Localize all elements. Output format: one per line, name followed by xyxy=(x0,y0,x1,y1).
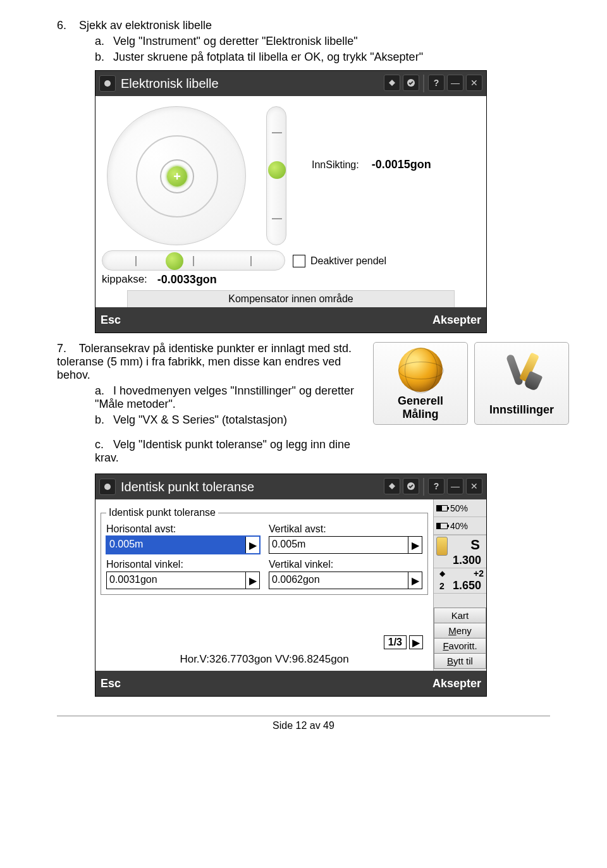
level-bubble-icon xyxy=(268,161,286,179)
help-icon[interactable]: ? xyxy=(428,75,445,91)
innsikting-row: InnSikting: -0.0015gon xyxy=(312,158,480,171)
tools-icon xyxy=(500,348,544,392)
titlebar-check-icon[interactable] xyxy=(403,478,419,494)
page-next-button[interactable]: ▶ xyxy=(409,635,423,649)
text-7: Toleransekrav på identiske punkter er in… xyxy=(57,342,352,381)
page-indicator: 1/3 xyxy=(384,635,407,649)
hor-readout: Hor.V:326.7703gon VV:96.8245gon xyxy=(101,652,428,667)
tolerance-fieldset: Identisk punkt toleranse Horisontal avst… xyxy=(101,507,428,595)
kippakse-value: -0.0033gon xyxy=(157,273,217,286)
title-6: Sjekk av elektronisk libelle xyxy=(79,19,212,32)
bubble-level: + xyxy=(107,106,246,245)
app-icon[interactable] xyxy=(99,479,116,495)
vert-vinkel-label: Vertikal vinkel: xyxy=(269,559,422,570)
sub-7a: a. I hovedmenyen velges "Innstillinger" … xyxy=(95,384,367,411)
side-panel: 50% 40% S 1.300 ◆ +2 xyxy=(433,499,486,671)
innsikting-value: -0.0015gon xyxy=(372,158,431,171)
battery-1: 50% xyxy=(434,499,486,517)
dropdown-arrow-icon[interactable]: ▶ xyxy=(408,572,422,589)
window-title: Elektronisk libelle xyxy=(121,76,384,91)
screenshot-elektronisk-libelle: Elektronisk libelle ? — ✕ + xyxy=(95,70,487,333)
titlebar-icon[interactable] xyxy=(384,478,400,494)
titlebar-icon[interactable] xyxy=(384,75,400,91)
kippakse-label: kippakse: xyxy=(102,273,147,286)
section-6-heading: 6. Sjekk av elektronisk libelle xyxy=(57,19,550,32)
target-num: 2 xyxy=(436,581,448,591)
window-titlebar: Identisk punkt toleranse ? — ✕ xyxy=(95,474,486,499)
deaktiver-pendel-row: Deaktiver pendel xyxy=(293,255,480,267)
globe-icon xyxy=(398,348,443,392)
window-titlebar: Elektronisk libelle ? — ✕ xyxy=(95,71,486,96)
crosshair-icon: + xyxy=(167,166,187,186)
page-footer: Side 12 av 49 xyxy=(57,716,550,731)
target-icon: ◆ xyxy=(436,569,448,578)
app-icon[interactable] xyxy=(99,75,116,92)
innsikting-label: InnSikting: xyxy=(312,159,359,171)
horis-avst-label: Horisontal avst: xyxy=(106,523,260,535)
minimize-icon[interactable]: — xyxy=(447,478,463,494)
side-favoritt-button[interactable]: Favoritt. xyxy=(434,638,486,654)
aksepter-button[interactable]: Aksepter xyxy=(432,314,481,327)
status-bar: Kompensator innen område xyxy=(127,290,455,307)
sub-7b: b. Velg "VX & S Series" (totalstasjon) xyxy=(95,413,367,427)
vert-avst-label: Vertikal avst: xyxy=(269,523,422,535)
deaktiver-label: Deaktiver pendel xyxy=(310,255,386,267)
horis-vinkel-input[interactable]: 0.0031gon ▶ xyxy=(106,572,260,589)
sub-7c: c. Velg "Identisk punkt toleranse" og le… xyxy=(95,438,367,465)
sub-6b: b. Juster skruene på fotplata til libell… xyxy=(95,51,550,64)
svg-point-2 xyxy=(104,484,111,490)
horizontal-level-bar xyxy=(102,250,285,271)
vertical-level-bar xyxy=(266,106,286,245)
aksepter-button[interactable]: Aksepter xyxy=(432,677,481,690)
minimize-icon[interactable]: — xyxy=(447,75,463,91)
battery-2: 40% xyxy=(434,517,486,535)
vert-avst-input[interactable]: 0.005m ▶ xyxy=(269,536,422,554)
dropdown-arrow-icon[interactable]: ▶ xyxy=(408,537,422,553)
generell-maling-button[interactable]: GenerellMåling xyxy=(373,342,468,425)
side-kart-button[interactable]: Kart xyxy=(434,608,486,623)
vert-vinkel-input[interactable]: 0.0062gon ▶ xyxy=(269,572,422,589)
esc-button[interactable]: Esc xyxy=(101,677,121,690)
help-icon[interactable]: ? xyxy=(428,478,445,494)
close-icon[interactable]: ✕ xyxy=(466,75,482,91)
screenshot-identisk-punkt-toleranse: Identisk punkt toleranse ? — ✕ Identisk … xyxy=(95,474,487,697)
num-6: 6. xyxy=(57,19,76,32)
esc-button[interactable]: Esc xyxy=(101,314,121,327)
dropdown-arrow-icon[interactable]: ▶ xyxy=(245,537,259,553)
battery-icon xyxy=(436,505,448,511)
close-icon[interactable]: ✕ xyxy=(466,478,482,494)
dropdown-arrow-icon[interactable]: ▶ xyxy=(245,572,259,589)
fieldset-legend: Identisk punkt toleranse xyxy=(106,507,218,518)
instrument-icon xyxy=(436,537,448,556)
side-bytt-button[interactable]: Bytt til xyxy=(434,653,486,669)
sub-6a: a. Velg "Instrument" og deretter "Elektr… xyxy=(95,35,550,48)
side-meny-button[interactable]: Meny xyxy=(434,623,486,639)
num-7: 7. xyxy=(57,342,76,355)
horis-avst-input[interactable]: 0.005m ▶ xyxy=(106,536,260,554)
innstillinger-button[interactable]: Innstillinger xyxy=(474,342,569,425)
kippakse-row: kippakse: -0.0033gon xyxy=(95,273,486,290)
horis-vinkel-label: Horisontal vinkel: xyxy=(106,559,260,570)
level-bubble-icon xyxy=(166,252,183,270)
svg-point-0 xyxy=(104,80,111,87)
window-title: Identisk punkt toleranse xyxy=(121,480,384,494)
titlebar-check-icon[interactable] xyxy=(403,75,419,91)
section-7-heading: 7. Toleransekrav på identiske punkter er… xyxy=(57,342,367,382)
battery-icon xyxy=(436,523,448,529)
deaktiver-checkbox[interactable] xyxy=(293,255,305,267)
